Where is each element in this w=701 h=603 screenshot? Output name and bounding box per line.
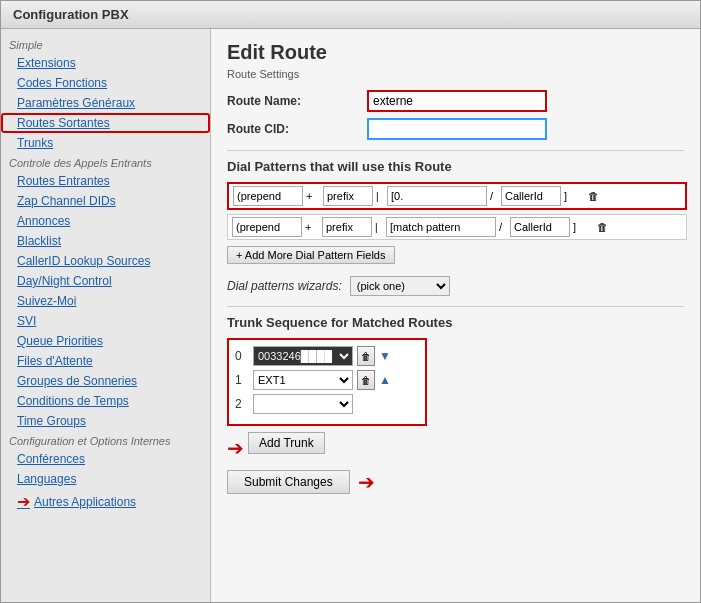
sidebar-item-zap-channel-dids[interactable]: Zap Channel DIDs — [1, 191, 210, 211]
dp-prefix-2[interactable]: prefix — [322, 217, 372, 237]
dp-slash-2: / — [496, 217, 510, 237]
sidebar-item-files-attente[interactable]: Files d'Attente — [1, 351, 210, 371]
dp-plus-1: + — [303, 186, 323, 206]
wizard-row: Dial patterns wizards: (pick one) — [227, 276, 684, 296]
trunk-select-1[interactable]: EXT1 — [253, 370, 353, 390]
trunk-index-0: 0 — [235, 349, 249, 363]
trunk-row-0: 0 0033246████ 🗑 ▼ — [235, 346, 419, 366]
sidebar-item-groupes-sonneries[interactable]: Groupes de Sonneries — [1, 371, 210, 391]
sidebar-item-parametres-generaux[interactable]: Paramètres Généraux — [1, 93, 210, 113]
sidebar-section-config-internes: Configuration et Options Internes — [1, 431, 210, 449]
divider-2 — [227, 306, 684, 307]
arrow-indicator-submit: ➔ — [358, 470, 375, 494]
dp-plus-2: + — [302, 217, 322, 237]
sidebar-item-suivez-moi[interactable]: Suivez-Moi — [1, 291, 210, 311]
dial-pattern-row-1: (prepend + prefix | [0. / CallerId ] 🗑 — [227, 182, 687, 210]
sidebar-item-autres-applications[interactable]: ➔Autres Applications — [1, 489, 210, 514]
trunk-select-0[interactable]: 0033246████ — [253, 346, 353, 366]
sidebar: Simple Extensions Codes Fonctions Paramè… — [1, 29, 211, 602]
dp-sep-2: | — [372, 217, 386, 237]
dp-trash-2[interactable]: 🗑 — [594, 217, 618, 237]
submit-button[interactable]: Submit Changes — [227, 470, 350, 494]
sidebar-item-trunks[interactable]: Trunks — [1, 133, 210, 153]
window-title: Configuration PBX — [13, 7, 129, 22]
trunk-edit-btn-1[interactable]: 🗑 — [357, 370, 375, 390]
submit-row: Submit Changes ➔ — [227, 470, 684, 494]
add-trunk-button[interactable]: Add Trunk — [248, 432, 325, 454]
sidebar-item-extensions[interactable]: Extensions — [1, 53, 210, 73]
dial-patterns-title: Dial Patterns that will use this Route — [227, 159, 684, 174]
sidebar-section-simple: Simple — [1, 35, 210, 53]
add-more-container: + Add More Dial Pattern Fields — [227, 246, 684, 270]
sidebar-item-routes-sortantes[interactable]: Routes Sortantes — [1, 113, 210, 133]
trunk-select-2[interactable] — [253, 394, 353, 414]
dp-prefix-1[interactable]: prefix — [323, 186, 373, 206]
dp-caller-2[interactable]: CallerId — [510, 217, 570, 237]
dp-bracket-2: ] — [570, 217, 594, 237]
arrow-indicator-add-trunk: ➔ — [227, 436, 244, 460]
trunk-edit-btn-0[interactable]: 🗑 — [357, 346, 375, 366]
trash-icon-2: 🗑 — [597, 221, 608, 233]
sidebar-item-languages[interactable]: Languages — [1, 469, 210, 489]
trunk-row-1: 1 EXT1 🗑 ▲ — [235, 370, 419, 390]
sidebar-item-conditions-temps[interactable]: Conditions de Temps — [1, 391, 210, 411]
sidebar-item-conferences[interactable]: Conférences — [1, 449, 210, 469]
trunk-index-2: 2 — [235, 397, 249, 411]
route-name-input[interactable] — [367, 90, 547, 112]
title-bar: Configuration PBX — [1, 1, 700, 29]
route-name-label: Route Name: — [227, 94, 367, 108]
dp-pattern-1[interactable]: [0. — [387, 186, 487, 206]
add-more-button[interactable]: + Add More Dial Pattern Fields — [227, 246, 395, 264]
sidebar-item-routes-entrantes[interactable]: Routes Entrantes — [1, 171, 210, 191]
route-name-row: Route Name: — [227, 90, 684, 112]
dp-prepend-2[interactable]: (prepend — [232, 217, 302, 237]
dp-bracket-1: ] — [561, 186, 585, 206]
content-area: Simple Extensions Codes Fonctions Paramè… — [1, 29, 700, 602]
route-cid-input[interactable] — [367, 118, 547, 140]
trunk-row-2: 2 — [235, 394, 419, 414]
route-cid-row: Route CID: — [227, 118, 684, 140]
page-title: Edit Route — [227, 41, 684, 64]
sidebar-item-day-night[interactable]: Day/Night Control — [1, 271, 210, 291]
trunk-title: Trunk Sequence for Matched Routes — [227, 315, 684, 330]
wizard-label: Dial patterns wizards: — [227, 279, 342, 293]
trunk-index-1: 1 — [235, 373, 249, 387]
dial-pattern-row-2: (prepend + prefix | [match pattern / Cal… — [227, 214, 687, 240]
main-window: Configuration PBX Simple Extensions Code… — [0, 0, 701, 603]
wizard-select[interactable]: (pick one) — [350, 276, 450, 296]
route-cid-label: Route CID: — [227, 122, 367, 136]
dp-sep-1: | — [373, 186, 387, 206]
dp-caller-1[interactable]: CallerId — [501, 186, 561, 206]
sidebar-item-codes-fonctions[interactable]: Codes Fonctions — [1, 73, 210, 93]
trunk-arrow-up-1[interactable]: ▲ — [379, 373, 391, 387]
dp-prepend-1[interactable]: (prepend — [233, 186, 303, 206]
trunk-sequence-box: 0 0033246████ 🗑 ▼ 1 EXT1 🗑 ▲ — [227, 338, 427, 426]
sidebar-item-svi[interactable]: SVI — [1, 311, 210, 331]
sidebar-item-queue-priorities[interactable]: Queue Priorities — [1, 331, 210, 351]
sidebar-item-callerid-lookup[interactable]: CallerID Lookup Sources — [1, 251, 210, 271]
route-settings-label: Route Settings — [227, 68, 684, 80]
dp-pattern-2[interactable]: [match pattern — [386, 217, 496, 237]
trash-icon-1: 🗑 — [588, 190, 599, 202]
sidebar-item-blacklist[interactable]: Blacklist — [1, 231, 210, 251]
sidebar-item-time-groups[interactable]: Time Groups — [1, 411, 210, 431]
arrow-indicator-autres: ➔ — [17, 492, 30, 511]
trunk-arrow-down-0[interactable]: ▼ — [379, 349, 391, 363]
main-content: Edit Route Route Settings Route Name: Ro… — [211, 29, 700, 602]
dp-slash-1: / — [487, 186, 501, 206]
sidebar-item-annonces[interactable]: Annonces — [1, 211, 210, 231]
sidebar-section-controle: Controle des Appels Entrants — [1, 153, 210, 171]
add-trunk-row: ➔ Add Trunk — [227, 432, 684, 464]
divider-1 — [227, 150, 684, 151]
dp-trash-1[interactable]: 🗑 — [585, 186, 609, 206]
